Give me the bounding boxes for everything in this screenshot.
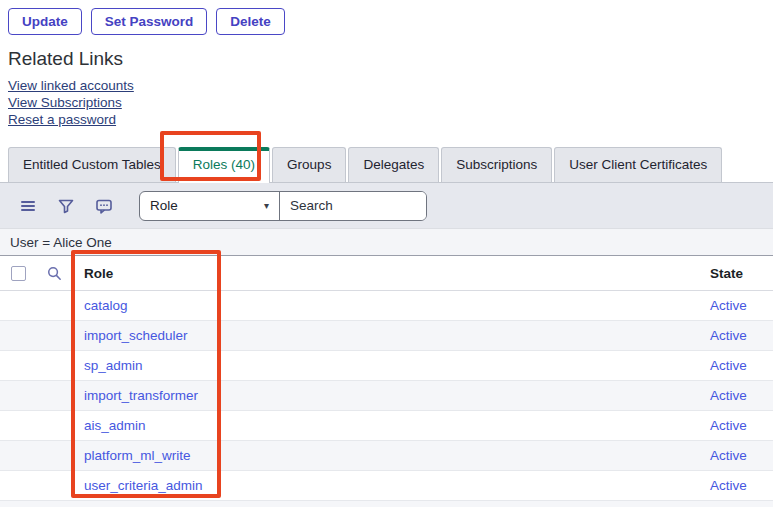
delete-button[interactable]: Delete xyxy=(216,8,285,35)
table-row: catalog Active xyxy=(0,291,773,321)
role-link[interactable]: ais_admin xyxy=(84,418,146,433)
link-view-linked-accounts[interactable]: View linked accounts xyxy=(8,77,773,94)
search-input[interactable] xyxy=(280,192,426,220)
table-row: sp_admin Active xyxy=(0,351,773,381)
search-column-select[interactable]: Role ▾ xyxy=(140,192,280,220)
breadcrumb-bar: User = Alice One xyxy=(0,228,773,255)
role-link[interactable]: sp_admin xyxy=(84,358,143,373)
state-link[interactable]: Active xyxy=(710,418,747,433)
form-action-buttons: Update Set Password Delete xyxy=(0,0,773,35)
filter-icon[interactable] xyxy=(57,197,75,215)
column-header-role[interactable]: Role xyxy=(72,266,698,281)
partial-next-row xyxy=(0,501,773,507)
state-link[interactable]: Active xyxy=(710,478,747,493)
tab-entitled-custom-tables[interactable]: Entitled Custom Tables xyxy=(8,147,176,182)
state-link[interactable]: Active xyxy=(710,448,747,463)
set-password-button[interactable]: Set Password xyxy=(91,8,208,35)
tab-roles[interactable]: Roles (40) xyxy=(178,147,270,183)
tab-delegates[interactable]: Delegates xyxy=(348,147,439,182)
list-menu-icon[interactable] xyxy=(19,197,37,215)
tab-subscriptions[interactable]: Subscriptions xyxy=(441,147,552,182)
table-row: user_criteria_admin Active xyxy=(0,471,773,501)
list-toolbar: Role ▾ xyxy=(0,183,773,228)
update-button[interactable]: Update xyxy=(8,8,82,35)
state-link[interactable]: Active xyxy=(710,298,747,313)
related-links-title: Related Links xyxy=(8,48,773,70)
table-row: import_scheduler Active xyxy=(0,321,773,351)
list-search-group: Role ▾ xyxy=(139,191,427,221)
link-reset-a-password[interactable]: Reset a password xyxy=(8,111,773,128)
table-header-row: Role State xyxy=(0,256,773,291)
state-link[interactable]: Active xyxy=(710,388,747,403)
chevron-down-icon: ▾ xyxy=(264,200,269,211)
table-row: platform_ml_write Active xyxy=(0,441,773,471)
role-link[interactable]: platform_ml_write xyxy=(84,448,191,463)
table-row: import_transformer Active xyxy=(0,381,773,411)
select-all-checkbox[interactable] xyxy=(11,266,26,281)
role-link[interactable]: import_scheduler xyxy=(84,328,188,343)
table-row: ais_admin Active xyxy=(0,411,773,441)
link-view-subscriptions[interactable]: View Subscriptions xyxy=(8,94,773,111)
role-link[interactable]: import_transformer xyxy=(84,388,198,403)
related-links-section: Related Links View linked accounts View … xyxy=(0,35,773,128)
breadcrumb[interactable]: User = Alice One xyxy=(10,235,112,250)
state-link[interactable]: Active xyxy=(710,328,747,343)
column-search-icon[interactable] xyxy=(36,265,72,282)
tab-groups[interactable]: Groups xyxy=(272,147,346,182)
role-link[interactable]: catalog xyxy=(84,298,128,313)
state-link[interactable]: Active xyxy=(710,358,747,373)
role-link[interactable]: user_criteria_admin xyxy=(84,478,203,493)
tab-user-client-certificates[interactable]: User Client Certificates xyxy=(554,147,722,182)
roles-table: Role State catalog Active import_schedul… xyxy=(0,255,773,507)
related-list-tabs: Entitled Custom Tables Roles (40) Groups… xyxy=(0,143,773,183)
chat-icon[interactable] xyxy=(95,197,113,215)
search-column-value: Role xyxy=(150,198,178,213)
column-header-state[interactable]: State xyxy=(698,266,773,281)
